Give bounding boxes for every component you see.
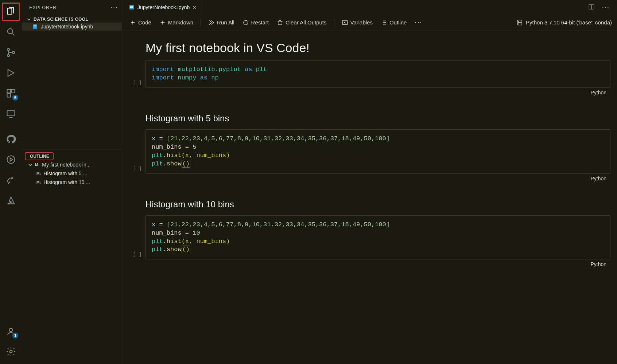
svg-point-3 [12, 51, 15, 54]
file-label: JupyterNotebook.ipynb [41, 24, 93, 30]
activity-azure-icon[interactable] [1, 190, 21, 211]
clear-all-button[interactable]: Clear All Outputs [275, 18, 329, 27]
workspace-header[interactable]: DATA SCIENCE IS COOL [22, 16, 122, 23]
notebook-toolbar: Code Markdown Run All Restart Clear All … [122, 15, 617, 31]
tab-close-icon[interactable]: ✕ [193, 5, 197, 10]
activity-explorer-icon[interactable] [1, 1, 21, 22]
svg-point-9 [9, 328, 12, 332]
run-all-button[interactable]: Run All [206, 18, 237, 27]
toolbar-separator [201, 19, 201, 26]
notebook-heading-1: Histogram with 5 bins [129, 100, 610, 129]
sidebar-more-icon[interactable]: ··· [110, 4, 118, 11]
notebook-body[interactable]: My first notebook in VS Code! [ ] import… [122, 31, 617, 364]
code-cell-3[interactable]: [ ] x = [21,22,23,4,5,6,77,8,9,10,31,32,… [129, 215, 610, 260]
cell-language-label[interactable]: Python [590, 261, 606, 267]
split-editor-icon[interactable] [588, 4, 595, 11]
outline-header[interactable]: OUTLINE [25, 152, 54, 160]
tab-label: JupyterNotebook.ipynb [137, 4, 190, 10]
sidebar: EXPLORER ··· DATA SCIENCE IS COOL Jupyte… [22, 0, 122, 364]
svg-point-21 [518, 21, 519, 21]
activity-extensions-icon[interactable]: 5 [1, 83, 21, 103]
editor: JupyterNotebook.ipynb ✕ ··· Code Markdow… [122, 0, 617, 364]
activity-search-icon[interactable] [1, 22, 21, 42]
code-cell-2[interactable]: [ ] x = [21,22,23,4,5,6,77,8,9,10,31,32,… [129, 129, 610, 174]
activity-accounts-icon[interactable]: 1 [1, 321, 21, 341]
chevron-down-icon [28, 162, 33, 167]
svg-point-1 [7, 48, 9, 51]
variables-button[interactable]: Variables [339, 18, 375, 27]
svg-point-10 [10, 351, 12, 353]
svg-rect-13 [34, 27, 36, 27]
toolbar-more-icon[interactable]: ··· [412, 19, 424, 26]
toolbar-separator [334, 19, 334, 26]
cell-language-label[interactable]: Python [590, 90, 606, 95]
activity-remote-icon[interactable] [1, 103, 21, 124]
outline-item-0[interactable]: M↓ My first notebook in... [22, 160, 122, 169]
activity-settings-gear-icon[interactable] [1, 341, 21, 362]
activity-share-icon[interactable] [1, 170, 21, 190]
svg-point-0 [8, 29, 13, 34]
code-cell-1[interactable]: [ ] import matplotlib.pyplot as plt impo… [129, 60, 610, 88]
notebook-file-icon [129, 4, 135, 10]
workspace-label: DATA SCIENCE IS COOL [34, 17, 88, 22]
svg-rect-12 [34, 26, 36, 26]
outline-item-label: Histogram with 5 ... [43, 171, 87, 176]
sidebar-title: EXPLORER [29, 5, 57, 10]
server-icon [516, 19, 523, 26]
markdown-icon: M↓ [36, 172, 41, 176]
svg-rect-16 [130, 7, 133, 8]
markdown-icon: M↓ [36, 180, 41, 184]
activity-source-control-icon[interactable] [1, 42, 21, 63]
activity-liveshare-icon[interactable] [1, 149, 21, 170]
cell-language-label[interactable]: Python [590, 176, 606, 181]
outline-item-label: Histogram with 10 ... [43, 179, 90, 185]
cell-gutter: [ ] [129, 129, 142, 174]
activity-github-icon[interactable] [1, 129, 21, 149]
file-row-jupyter[interactable]: JupyterNotebook.ipynb [22, 23, 122, 31]
kernel-label: Python 3.7.10 64-bit ('base': conda) [526, 19, 612, 26]
kernel-picker[interactable]: Python 3.7.10 64-bit ('base': conda) [516, 19, 612, 26]
svg-rect-4 [7, 90, 11, 93]
outline-item-label: My first notebook in... [42, 162, 90, 168]
notebook-file-icon [32, 24, 38, 30]
activity-bar: 5 1 [0, 0, 22, 364]
restart-button[interactable]: Restart [240, 18, 271, 27]
svg-rect-6 [7, 94, 11, 97]
editor-more-icon[interactable]: ··· [600, 4, 612, 11]
activity-debug-icon[interactable] [1, 63, 21, 83]
tab-bar: JupyterNotebook.ipynb ✕ ··· [122, 0, 617, 15]
sidebar-divider [22, 149, 122, 150]
svg-point-22 [518, 24, 519, 24]
markdown-icon: M↓ [35, 163, 40, 167]
outline-label: OUTLINE [30, 154, 49, 159]
outline-button[interactable]: Outline [379, 18, 409, 27]
cell-gutter: [ ] [129, 215, 142, 260]
outline-section: OUTLINE M↓ My first notebook in... M↓ Hi… [22, 150, 122, 188]
cell-editor[interactable]: x = [21,22,23,4,5,6,77,8,9,10,31,32,33,3… [145, 129, 610, 174]
cell-gutter: [ ] [129, 60, 142, 88]
svg-point-8 [7, 156, 15, 164]
accounts-badge: 1 [12, 333, 18, 338]
add-markdown-button[interactable]: Markdown [157, 18, 195, 27]
notebook-title: My first notebook in VS Code! [129, 34, 610, 60]
sidebar-header: EXPLORER ··· [22, 0, 122, 15]
svg-rect-15 [130, 6, 133, 7]
explorer-tree: DATA SCIENCE IS COOL JupyterNotebook.ipy… [22, 15, 122, 149]
notebook-heading-2: Histogram with 10 bins [129, 186, 610, 215]
svg-rect-7 [7, 111, 15, 116]
chevron-down-icon [26, 17, 31, 22]
app-root: 5 1 EXPLORER [0, 0, 617, 364]
outline-item-1[interactable]: M↓ Histogram with 5 ... [22, 169, 122, 178]
cell-editor[interactable]: x = [21,22,23,4,5,6,77,8,9,10,31,32,33,3… [145, 215, 610, 260]
extensions-badge: 5 [12, 95, 18, 101]
cell-editor[interactable]: import matplotlib.pyplot as plt import n… [145, 60, 610, 88]
add-code-button[interactable]: Code [127, 18, 154, 27]
outline-item-2[interactable]: M↓ Histogram with 10 ... [22, 178, 122, 187]
svg-rect-5 [11, 90, 15, 93]
editor-tab[interactable]: JupyterNotebook.ipynb ✕ [124, 0, 202, 15]
svg-point-2 [7, 54, 9, 56]
